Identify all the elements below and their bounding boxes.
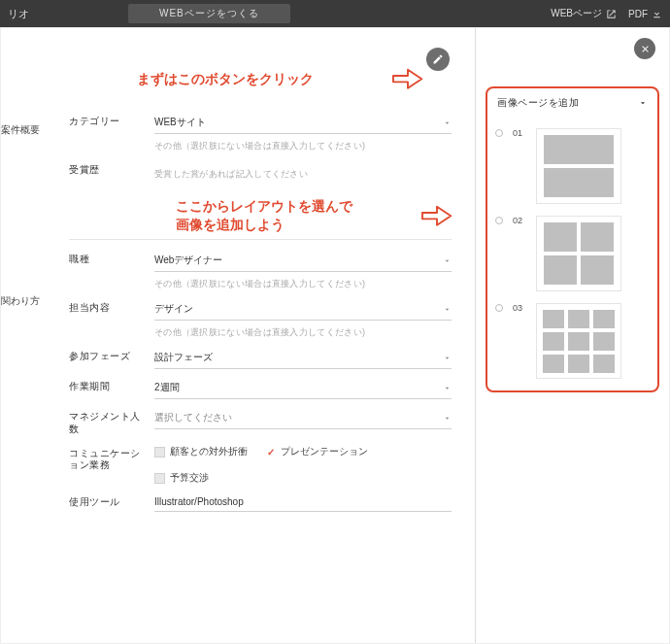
chevron-down-icon	[443, 384, 452, 392]
pointer-hand-icon	[419, 196, 455, 229]
create-web-page-button[interactable]: WEBページをつくる	[128, 4, 290, 23]
pdf-download-link[interactable]: PDF	[628, 9, 662, 19]
label-tools: 使用ツール	[69, 494, 141, 509]
pointer-hand-icon	[389, 59, 426, 92]
layout-thumb-02	[536, 216, 621, 291]
label-comm: コミュニケーション業務	[69, 446, 141, 472]
section-label-overview: 案件概要	[1, 119, 40, 141]
title-fragment: リオ	[8, 7, 29, 21]
top-bar: リオ WEBページをつくる WEBページ PDF	[0, 0, 670, 27]
chevron-down-icon	[638, 98, 648, 108]
label-category: カテゴリー	[69, 114, 141, 128]
checkbox-comm-1[interactable]: 顧客との対外折衝	[154, 446, 248, 458]
layout-picker-select[interactable]: 画像ページを追加	[495, 96, 650, 117]
chevron-down-icon	[443, 256, 452, 265]
callout-choose-layout: ここからレイアウトを選んで 画像を追加しよう	[176, 198, 352, 235]
radio-icon	[495, 129, 503, 137]
chevron-down-icon	[443, 414, 452, 423]
chevron-down-icon	[443, 119, 452, 127]
checkbox-comm-2[interactable]: プレゼンテーション	[265, 446, 368, 458]
radio-icon	[495, 304, 503, 312]
input-tools[interactable]: Illustrator/Photoshop	[154, 494, 452, 512]
layout-thumb-01	[536, 128, 621, 204]
select-work[interactable]: デザイン	[154, 300, 452, 321]
hint-category: その他（選択肢にない場合は直接入力してください)	[154, 140, 452, 153]
select-category[interactable]: WEBサイト	[154, 114, 452, 134]
section-label-involvement: 関わり方	[1, 290, 40, 312]
layout-option-03[interactable]: 03	[495, 303, 650, 379]
layout-option-01[interactable]: 01	[495, 128, 650, 204]
layout-picker: 画像ページを追加 01 02 03	[486, 86, 659, 392]
side-panel: 画像ページを追加 01 02 03	[475, 28, 669, 643]
label-phase: 参加フェーズ	[69, 349, 141, 363]
select-phase[interactable]: 設計フェーズ	[154, 349, 452, 369]
close-icon	[640, 44, 651, 54]
layout-thumb-03	[536, 303, 621, 379]
hint-role: その他（選択肢にない場合は直接入力してください)	[154, 278, 452, 290]
external-link-icon	[606, 9, 617, 19]
label-award: 受賞歴	[69, 162, 141, 177]
close-button[interactable]	[634, 38, 655, 59]
download-icon	[652, 9, 662, 19]
label-work: 担当内容	[69, 300, 141, 315]
hint-work: その他（選択肢にない場合は直接入力してください)	[154, 326, 452, 339]
radio-icon	[495, 217, 503, 224]
label-management: マネジメント人数	[69, 409, 141, 436]
chevron-down-icon	[443, 305, 452, 314]
label-role: 職種	[69, 252, 141, 266]
callout-click-button: まずはこのボタンをクリック	[137, 71, 314, 89]
edit-pencil-button[interactable]	[426, 48, 450, 71]
select-role[interactable]: Webデザイナー	[154, 252, 452, 272]
web-page-link[interactable]: WEBページ	[551, 7, 617, 20]
form: カテゴリー WEBサイト その他（選択肢にない場合は直接入力してください) 受賞…	[69, 114, 475, 512]
select-duration[interactable]: 2週間	[154, 379, 452, 399]
layout-option-02[interactable]: 02	[495, 216, 650, 291]
pencil-icon	[432, 53, 444, 65]
main-panel: 案件概要 関わり方 カテゴリー WEBサイト その他（選択肢にない場合は直接入力…	[1, 28, 475, 643]
checkbox-comm-3[interactable]: 予算交渉	[154, 472, 452, 485]
chevron-down-icon	[443, 354, 452, 362]
hint-award: 受賞した賞があれば記入してください	[154, 168, 452, 181]
label-duration: 作業期間	[69, 379, 141, 393]
select-management[interactable]: 選択してください	[154, 409, 452, 429]
